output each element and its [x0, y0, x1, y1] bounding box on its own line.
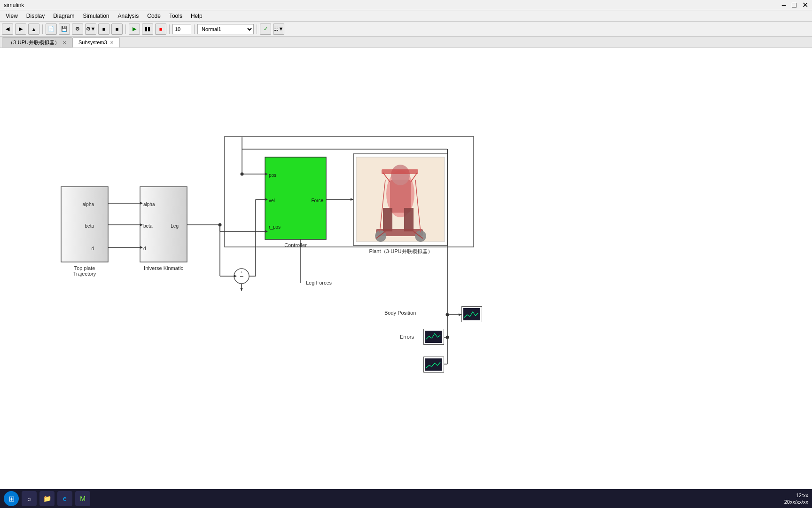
svg-point-37	[219, 223, 222, 227]
scope-third[interactable]	[423, 357, 444, 373]
minimize-button[interactable]: ‒	[781, 0, 786, 9]
taskbar-files[interactable]: 📁	[39, 491, 55, 506]
svg-line-13	[383, 173, 390, 182]
controller-block-rect	[265, 157, 326, 239]
svg-line-14	[411, 173, 417, 182]
svg-line-12	[415, 180, 421, 232]
svg-line-9	[376, 231, 385, 238]
svg-marker-56	[351, 198, 353, 201]
menu-view[interactable]: View	[2, 12, 22, 20]
svg-marker-54	[265, 198, 268, 201]
svg-text:d: d	[91, 246, 94, 251]
up-button[interactable]: ▲	[28, 24, 39, 35]
menu-diagram[interactable]: Diagram	[49, 12, 78, 20]
tab-main-close[interactable]: ✕	[62, 40, 66, 45]
settings-button[interactable]: ⚙	[72, 24, 83, 35]
tab-subsystem3-close[interactable]: ✕	[110, 40, 114, 45]
svg-marker-35	[140, 246, 143, 249]
scope-body-position-display	[463, 308, 480, 320]
tab-main[interactable]: （3-UPU并联模拟器） ✕	[2, 37, 72, 48]
sim-mode-select[interactable]: Normal1 Accelerator Rapid Accelerator	[197, 24, 254, 34]
inverse-kinematic-block-rect	[140, 187, 187, 262]
leg-forces-label: Leg Forces	[306, 280, 332, 286]
top-plate-block-rect	[61, 187, 108, 262]
taskbar: ⊞ ⌕ 📁 e M 12:xx 20xx/xx/xx	[0, 489, 812, 508]
svg-rect-72	[463, 308, 480, 320]
scope-errors[interactable]	[423, 329, 444, 345]
svg-text:r_pos: r_pos	[269, 224, 281, 230]
tab-bar: （3-UPU并联模拟器） ✕ Subsystem3 ✕	[0, 37, 812, 48]
separator5	[257, 24, 257, 34]
canvas-area: − + alpha beta d alpha beta d Leg pos ve…	[0, 48, 812, 490]
svg-point-8	[415, 230, 426, 242]
scope-body-position[interactable]	[461, 306, 482, 322]
menu-display[interactable]: Display	[23, 12, 48, 20]
svg-text:alpha: alpha	[83, 202, 94, 207]
svg-point-66	[446, 336, 449, 339]
build-button[interactable]: ■	[98, 24, 109, 35]
forward-button[interactable]: ▶	[15, 24, 26, 35]
svg-text:−: −	[240, 272, 243, 280]
save-button[interactable]: 💾	[59, 24, 70, 35]
stop-button[interactable]: ■	[155, 24, 166, 35]
app-title: simulink	[4, 2, 24, 8]
taskbar-ie[interactable]: e	[57, 491, 72, 506]
svg-text:Force: Force	[311, 198, 323, 203]
tab-main-label: （3-UPU并联模拟器）	[8, 39, 60, 46]
svg-rect-2	[390, 180, 411, 213]
plant-label: Plant（3-UPU并联模拟器）	[349, 248, 453, 255]
pause-button[interactable]: ▮▮	[142, 24, 153, 35]
svg-rect-73	[425, 331, 442, 343]
svg-rect-6	[376, 229, 423, 236]
clock-date: 20xx/xx/xx	[784, 499, 808, 505]
menu-simulation[interactable]: Simulation	[79, 12, 113, 20]
separator2	[125, 24, 126, 34]
run-button[interactable]: ▶	[129, 24, 140, 35]
svg-marker-33	[140, 223, 143, 226]
menu-bar: View Display Diagram Simulation Analysis…	[0, 10, 812, 22]
open-button[interactable]: 📄	[46, 24, 57, 35]
close-button[interactable]: ✕	[802, 0, 808, 9]
svg-rect-3	[383, 208, 392, 231]
toolbar: ◀ ▶ ▲ 📄 💾 ⚙ ⚙▼ ■ ■ ▶ ▮▮ ■ 10 Normal1 Acc…	[0, 22, 812, 37]
menu-help[interactable]: Help	[187, 12, 206, 20]
svg-marker-40	[265, 230, 268, 233]
system-boundary	[225, 136, 474, 247]
svg-text:beta: beta	[85, 223, 94, 229]
svg-rect-15	[382, 169, 418, 174]
menu-code[interactable]: Code	[143, 12, 164, 20]
sim-time-input[interactable]: 10	[172, 24, 191, 34]
body-position-label: Body Position	[384, 310, 416, 316]
tab-subsystem3[interactable]: Subsystem3 ✕	[72, 37, 120, 48]
svg-point-1	[386, 170, 414, 217]
svg-line-11	[380, 180, 385, 232]
taskbar-search[interactable]: ⌕	[22, 491, 37, 506]
svg-marker-43	[234, 275, 237, 278]
build2-button[interactable]: ■	[111, 24, 123, 35]
separator1	[42, 24, 43, 34]
taskbar-matlab[interactable]: M	[75, 491, 90, 506]
plant-block-rect	[353, 154, 447, 246]
menu-tools[interactable]: Tools	[165, 12, 186, 20]
check-button[interactable]: ✓	[260, 24, 271, 35]
maximize-button[interactable]: □	[792, 1, 796, 9]
layout-button[interactable]: ☷▼	[273, 24, 284, 35]
separator3	[169, 24, 170, 34]
settings2-button[interactable]: ⚙▼	[85, 24, 96, 35]
scope-errors-display	[425, 331, 442, 343]
svg-point-47	[241, 173, 244, 176]
svg-text:alpha: alpha	[143, 202, 155, 207]
inverse-kinematic-label: Iniverse Kinmatic	[133, 265, 194, 271]
svg-point-62	[446, 313, 449, 317]
system-clock: 12:xx 20xx/xx/xx	[784, 492, 808, 506]
svg-text:pos: pos	[269, 173, 276, 178]
svg-text:Leg: Leg	[171, 223, 179, 229]
svg-marker-46	[265, 173, 268, 175]
svg-point-16	[234, 269, 249, 284]
menu-analysis[interactable]: Analysis	[114, 12, 143, 20]
svg-text:+: +	[240, 270, 242, 275]
back-button[interactable]: ◀	[2, 24, 13, 35]
clock-time: 12:xx	[784, 492, 808, 499]
start-button[interactable]: ⊞	[4, 491, 19, 506]
svg-point-7	[375, 230, 386, 242]
